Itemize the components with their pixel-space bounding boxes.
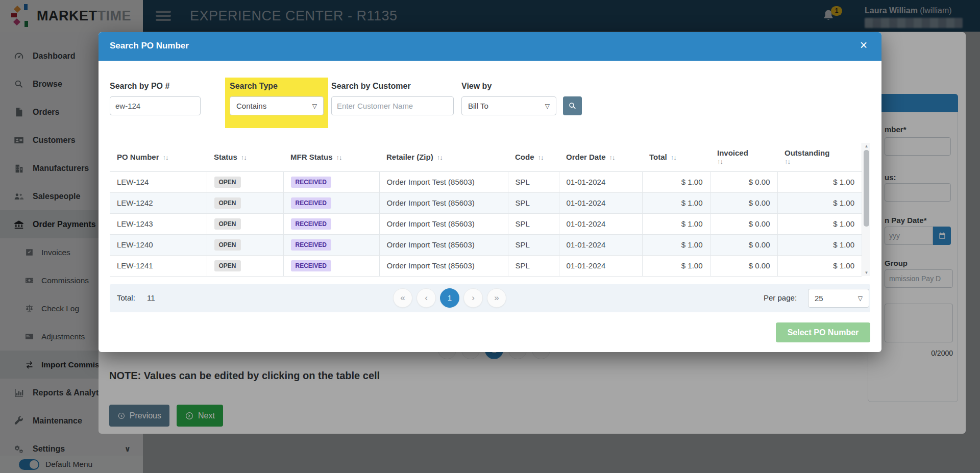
outstanding-cell[interactable]: $ 1.00 <box>777 171 862 192</box>
sort-icon[interactable]: ↑↓ <box>717 158 772 165</box>
mfr-status-cell[interactable]: RECEIVED <box>283 213 379 234</box>
column-header-mfr-status[interactable]: MFR Status↑↓ <box>283 143 379 171</box>
table-row[interactable]: LEW-1240OPENRECEIVEDOrder Import Test (8… <box>110 234 862 255</box>
status-badge: OPEN <box>214 218 241 230</box>
po-number-cell[interactable]: LEW-1240 <box>110 234 207 255</box>
status-cell[interactable]: OPEN <box>207 255 283 276</box>
select-po-number-button[interactable]: Select PO Number <box>776 322 870 342</box>
mfr-status-cell[interactable]: RECEIVED <box>283 192 379 213</box>
close-icon[interactable]: × <box>856 38 871 53</box>
table-header-row: PO Number↑↓Status↑↓MFR Status↑↓Retailer … <box>110 143 862 171</box>
view-by-select[interactable]: Bill To ▽ <box>461 96 556 115</box>
scrollbar-down-icon[interactable]: ▼ <box>862 270 871 275</box>
status-cell[interactable]: OPEN <box>207 192 283 213</box>
total-cell[interactable]: $ 1.00 <box>642 213 710 234</box>
status-cell[interactable]: OPEN <box>207 171 283 192</box>
retailer-cell[interactable]: Order Import Test (85603) <box>379 213 508 234</box>
scrollbar-up-icon[interactable]: ▲ <box>862 144 871 148</box>
column-header-total[interactable]: Total↑↓ <box>642 143 710 171</box>
mfr-status-cell[interactable]: RECEIVED <box>283 255 379 276</box>
pager-prev-button[interactable]: ‹ <box>416 288 436 308</box>
sort-icon[interactable]: ↑↓ <box>538 154 544 161</box>
retailer-cell[interactable]: Order Import Test (85603) <box>379 255 508 276</box>
per-page-select[interactable]: 25 ▽ <box>808 289 869 308</box>
po-number-cell[interactable]: LEW-124 <box>110 171 207 192</box>
po-number-cell[interactable]: LEW-1243 <box>110 213 207 234</box>
column-header-order-date[interactable]: Order Date↑↓ <box>559 143 642 171</box>
code-cell[interactable]: SPL <box>508 213 559 234</box>
invoiced-cell[interactable]: $ 0.00 <box>710 234 777 255</box>
status-cell[interactable]: OPEN <box>207 213 283 234</box>
mfr-status-badge: RECEIVED <box>291 239 331 251</box>
search-type-select[interactable]: Contains ▽ <box>230 96 324 115</box>
sort-icon[interactable]: ↑↓ <box>437 154 443 161</box>
order-date-cell[interactable]: 01-01-2024 <box>559 234 642 255</box>
code-cell[interactable]: SPL <box>508 234 559 255</box>
column-header-po-number[interactable]: PO Number↑↓ <box>110 143 207 171</box>
search-button[interactable] <box>563 96 582 115</box>
mfr-status-badge: RECEIVED <box>291 260 331 271</box>
po-results-table: PO Number↑↓Status↑↓MFR Status↑↓Retailer … <box>110 143 862 277</box>
table-row[interactable]: LEW-1242OPENRECEIVEDOrder Import Test (8… <box>110 192 862 213</box>
table-row[interactable]: LEW-124OPENRECEIVEDOrder Import Test (85… <box>110 171 862 192</box>
retailer-cell[interactable]: Order Import Test (85603) <box>379 171 508 192</box>
code-cell[interactable]: SPL <box>508 192 559 213</box>
sort-icon[interactable]: ↑↓ <box>241 154 247 161</box>
column-header-invoiced[interactable]: Invoiced↑↓ <box>710 143 777 171</box>
column-header-outstanding[interactable]: Outstanding↑↓ <box>777 143 862 171</box>
mfr-status-cell[interactable]: RECEIVED <box>283 234 379 255</box>
status-badge: OPEN <box>214 177 241 188</box>
invoiced-cell[interactable]: $ 0.00 <box>710 213 777 234</box>
pager-last-button[interactable]: » <box>487 288 506 308</box>
status-badge: OPEN <box>214 239 241 251</box>
sort-icon[interactable]: ↑↓ <box>336 154 342 161</box>
po-number-cell[interactable]: LEW-1241 <box>110 255 207 276</box>
total-label: Total: <box>117 293 135 302</box>
pager-first-button[interactable]: « <box>393 288 412 308</box>
outstanding-cell[interactable]: $ 1.00 <box>777 213 862 234</box>
pager-next-button[interactable]: › <box>463 288 483 308</box>
mfr-status-cell[interactable]: RECEIVED <box>283 171 379 192</box>
pager-page-1-button[interactable]: 1 <box>440 288 459 308</box>
total-cell[interactable]: $ 1.00 <box>642 171 710 192</box>
search-type-label: Search Type <box>230 82 278 91</box>
mfr-status-badge: RECEIVED <box>291 218 331 230</box>
scrollbar-thumb[interactable] <box>864 150 869 227</box>
mfr-status-badge: RECEIVED <box>291 197 331 209</box>
total-cell[interactable]: $ 1.00 <box>642 192 710 213</box>
search-icon <box>568 101 577 111</box>
sort-icon[interactable]: ↑↓ <box>671 154 676 161</box>
table-row[interactable]: LEW-1241OPENRECEIVEDOrder Import Test (8… <box>110 255 862 276</box>
total-cell[interactable]: $ 1.00 <box>642 234 710 255</box>
outstanding-cell[interactable]: $ 1.00 <box>777 234 862 255</box>
table-row[interactable]: LEW-1243OPENRECEIVEDOrder Import Test (8… <box>110 213 862 234</box>
table-scrollbar[interactable]: ▲ ▼ <box>862 143 870 276</box>
outstanding-cell[interactable]: $ 1.00 <box>777 255 862 276</box>
outstanding-cell[interactable]: $ 1.00 <box>777 192 862 213</box>
retailer-cell[interactable]: Order Import Test (85603) <box>379 192 508 213</box>
mfr-status-badge: RECEIVED <box>291 177 331 188</box>
column-header-status[interactable]: Status↑↓ <box>207 143 283 171</box>
column-header-code[interactable]: Code↑↓ <box>508 143 559 171</box>
code-cell[interactable]: SPL <box>508 255 559 276</box>
column-header-retailer-zip[interactable]: Retailer (Zip)↑↓ <box>379 143 508 171</box>
code-cell[interactable]: SPL <box>508 171 559 192</box>
invoiced-cell[interactable]: $ 0.00 <box>710 192 777 213</box>
total-value: 11 <box>147 293 155 302</box>
order-date-cell[interactable]: 01-01-2024 <box>559 213 642 234</box>
search-po-input[interactable] <box>110 96 201 115</box>
order-date-cell[interactable]: 01-01-2024 <box>559 255 642 276</box>
customer-name-input[interactable] <box>331 96 454 115</box>
sort-icon[interactable]: ↑↓ <box>609 154 615 161</box>
po-number-cell[interactable]: LEW-1242 <box>110 192 207 213</box>
sort-icon[interactable]: ↑↓ <box>785 158 856 165</box>
total-cell[interactable]: $ 1.00 <box>642 255 710 276</box>
status-badge: OPEN <box>214 260 241 271</box>
order-date-cell[interactable]: 01-01-2024 <box>559 171 642 192</box>
status-cell[interactable]: OPEN <box>207 234 283 255</box>
sort-icon[interactable]: ↑↓ <box>163 154 168 161</box>
order-date-cell[interactable]: 01-01-2024 <box>559 192 642 213</box>
invoiced-cell[interactable]: $ 0.00 <box>710 255 777 276</box>
invoiced-cell[interactable]: $ 0.00 <box>710 171 777 192</box>
retailer-cell[interactable]: Order Import Test (85603) <box>379 234 508 255</box>
